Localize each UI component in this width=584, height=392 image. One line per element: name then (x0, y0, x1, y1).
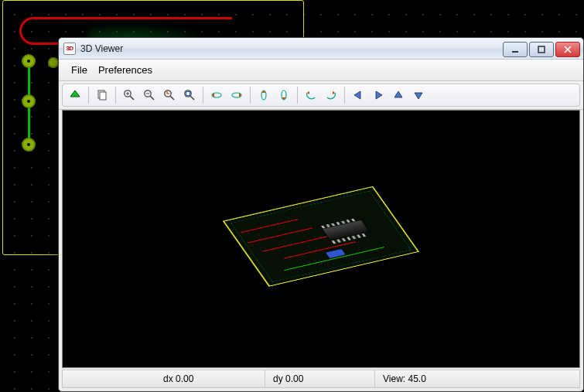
svg-marker-29 (394, 91, 402, 97)
capacitor (306, 225, 321, 228)
svg-line-13 (170, 96, 174, 100)
window-title: 3D Viewer (80, 43, 123, 54)
via (48, 57, 59, 68)
statusbar: dx 0.00 dy 0.00 View: 45.0 (62, 370, 580, 388)
pad (22, 54, 36, 68)
svg-marker-25 (307, 91, 309, 94)
maximize-button[interactable] (529, 42, 554, 57)
pad (22, 94, 36, 108)
3d-scene (223, 186, 420, 287)
svg-marker-30 (415, 93, 422, 99)
svg-rect-4 (100, 92, 106, 100)
copy-button[interactable] (93, 86, 111, 104)
svg-marker-28 (376, 91, 382, 99)
3d-viewer-window: 3D 3D Viewer File Preferences (58, 37, 584, 392)
rotate-x-pos-button[interactable] (227, 86, 246, 104)
svg-marker-26 (333, 91, 335, 94)
svg-line-6 (130, 96, 134, 100)
status-dx: dx 0.00 (155, 370, 265, 387)
ic-chip (321, 220, 370, 241)
pan-down-button[interactable] (409, 86, 428, 104)
zoom-redraw-button[interactable] (160, 86, 179, 104)
rotate-y-pos-button[interactable] (275, 86, 293, 104)
app-icon: 3D (63, 43, 76, 55)
toolbar-container (59, 81, 583, 110)
3d-viewport[interactable] (62, 110, 580, 368)
rotate-z-pos-button[interactable] (322, 86, 340, 104)
pcb-board (223, 186, 420, 287)
rotate-x-neg-button[interactable] (207, 86, 226, 104)
rotate-y-neg-button[interactable] (254, 86, 273, 104)
toolbar (62, 84, 580, 107)
zoom-fit-button[interactable] (180, 86, 199, 104)
close-button[interactable] (555, 42, 580, 57)
svg-marker-27 (354, 91, 360, 99)
status-dy: dy 0.00 (265, 370, 375, 387)
titlebar[interactable]: 3D 3D Viewer (59, 38, 583, 60)
menubar: File Preferences (59, 60, 583, 81)
pad (22, 138, 36, 152)
zoom-in-button[interactable] (120, 86, 138, 104)
svg-rect-1 (538, 46, 545, 53)
pan-right-button[interactable] (369, 86, 388, 104)
pan-up-button[interactable] (389, 86, 408, 104)
menu-preferences[interactable]: Preferences (94, 63, 157, 77)
svg-rect-0 (512, 51, 518, 53)
svg-marker-2 (70, 90, 80, 97)
svg-line-10 (150, 96, 154, 100)
menu-file[interactable]: File (67, 63, 92, 77)
svg-rect-16 (186, 92, 190, 96)
pan-left-button[interactable] (349, 86, 367, 104)
capacitor-red (374, 240, 393, 244)
reload-button[interactable] (66, 86, 84, 104)
minimize-button[interactable] (503, 42, 528, 57)
status-view: View: 45.0 (375, 370, 434, 387)
small-component (326, 249, 346, 258)
rotate-z-neg-button[interactable] (302, 86, 320, 104)
svg-line-15 (190, 96, 194, 100)
zoom-out-button[interactable] (140, 86, 159, 104)
